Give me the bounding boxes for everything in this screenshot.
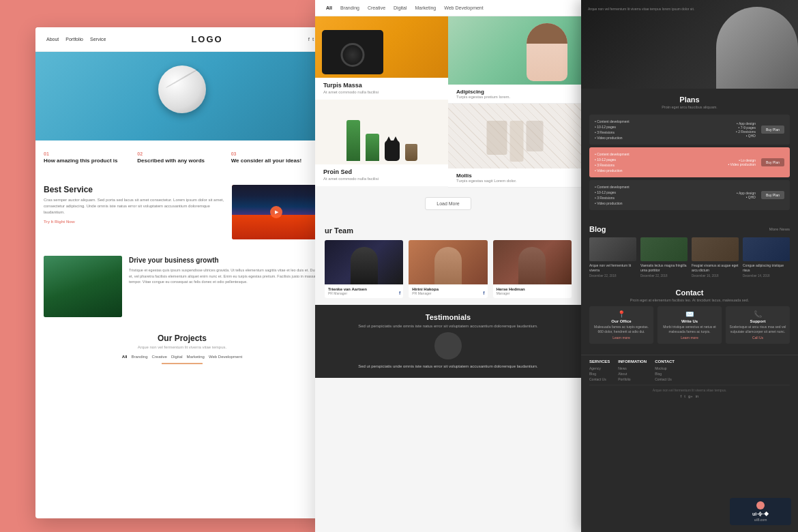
testimonials-title: Testimonials: [326, 313, 570, 321]
badge-sub: uil8.com: [754, 518, 767, 522]
glass-2: [509, 121, 523, 162]
member-2-facebook[interactable]: f: [483, 291, 484, 295]
cat-container: [385, 141, 400, 161]
blog-image-2: [640, 237, 688, 261]
nav-service[interactable]: Service: [90, 37, 106, 42]
footer-blog-link[interactable]: Blog: [589, 371, 610, 376]
service-description: Cras semper auctor aliquam. Sed porta se…: [44, 197, 225, 216]
footer-linkedin-icon[interactable]: in: [696, 394, 699, 398]
plan-card-3: • Content development • 10-12 pages • 3 …: [589, 180, 790, 210]
tab-all[interactable]: All: [122, 355, 128, 359]
right-top-text: Arque non vel fermentum lit viverra vita…: [588, 7, 697, 12]
footer-about-link[interactable]: About: [618, 371, 647, 376]
footer-contact-col-title: CONTACT: [655, 359, 675, 364]
feature-3-title: We consider all your ideas!: [231, 158, 321, 164]
plan-1-buy-button[interactable]: Buy Plan: [761, 125, 784, 134]
plan-1-f4: • Video production: [595, 135, 736, 141]
turpis-title: Turpis Massa: [323, 82, 440, 89]
tab-branding[interactable]: Branding: [132, 355, 148, 359]
footer-portfolio-link[interactable]: Portfolio: [618, 376, 647, 382]
mid-tab-web[interactable]: Web Development: [444, 5, 483, 10]
footer-mockup-link[interactable]: Mockup: [655, 366, 675, 371]
feature-2: 02 Described with any words: [137, 151, 226, 164]
projects-title: Our Projects: [44, 334, 321, 343]
features-row: 01 How amazing this product is 02 Descri…: [35, 141, 329, 175]
camera-lens: [341, 43, 365, 67]
mollis-subtitle: Turpis egestas sagit Lorem dolor.: [456, 179, 573, 183]
nav-about[interactable]: About: [46, 37, 59, 42]
blog-date-4: December 14, 2018: [743, 274, 790, 278]
contact-grid: 📍 Our Office Malesuada fames ac turpis e…: [589, 306, 790, 344]
plan-2-features: • Content development • 10-12 pages • 3 …: [595, 151, 728, 173]
tab-creative[interactable]: Creative: [152, 355, 167, 359]
footer-contact-link[interactable]: Contact Us: [589, 376, 610, 382]
palm-visual: [44, 256, 122, 317]
footer-blog2-link[interactable]: Blog: [655, 371, 675, 376]
footer-agency-link[interactable]: Agency: [589, 366, 610, 371]
left-panel: About Portfolio Service LOGO f t i 01 Ho…: [35, 27, 329, 518]
projects-tabs: All Branding Creative Digital Marketing …: [44, 355, 321, 359]
vase: [405, 144, 417, 161]
nav-portfolio[interactable]: Portfolio: [65, 37, 83, 42]
blog-post-3: Feugiat vivamus at augue eget arcu dictu…: [692, 237, 739, 278]
hero-section: [35, 52, 329, 141]
mid-nav: All Branding Creative Digital Marketing …: [315, 0, 581, 16]
service-title: Best Service: [44, 185, 225, 194]
blog-excerpt-4: Congue adipiscing tristique risus: [743, 263, 790, 273]
play-button[interactable]: ▶: [270, 206, 282, 218]
plan-1-features: • Content development • 10-12 pages • 3 …: [595, 119, 736, 141]
load-more-button[interactable]: Load More: [425, 197, 471, 210]
contact-title: Contact: [589, 289, 790, 297]
mid-tab-all[interactable]: All: [326, 5, 332, 10]
footer-news-link[interactable]: News: [618, 366, 647, 371]
tab-digital[interactable]: Digital: [171, 355, 183, 359]
tab-marketing[interactable]: Marketing: [187, 355, 205, 359]
black-cat: [385, 141, 400, 161]
member-1-photo: [325, 240, 403, 284]
footer-contact-col: CONTACT Mockup Blog Contact Us: [655, 359, 675, 382]
mid-tab-branding[interactable]: Branding: [340, 5, 359, 10]
contact-subtitle: Proin eget at elementum facilisis leo. A…: [589, 298, 790, 302]
email-link[interactable]: Learn more: [660, 336, 719, 340]
plan-1-pricing: • App design • 7-9 pages • 2 Revisions •…: [736, 121, 756, 138]
badge-icon: [756, 501, 765, 509]
footer-twitter-icon[interactable]: t: [684, 394, 685, 398]
plan-3-f3: • 3 Revisions: [595, 195, 737, 201]
email-icon: ✉️: [660, 310, 719, 318]
contact-phone: 📞 Support Scelerisque at arcu risus mas …: [726, 306, 790, 344]
right-panel: Arque non vel fermentum lit viverra vita…: [581, 0, 798, 532]
phone-title: Support: [728, 319, 787, 323]
phone-link[interactable]: Call Us: [728, 336, 787, 340]
mid-tab-marketing[interactable]: Marketing: [415, 5, 437, 10]
plans-title: Plans: [589, 95, 790, 104]
blog-excerpt-1: Arque non vel fermentum lit viverra: [589, 263, 636, 273]
blog-more-link[interactable]: More News: [769, 227, 790, 231]
footer-gplus-icon[interactable]: g+: [688, 394, 693, 398]
plan-2-buy-button[interactable]: Buy Plan: [761, 158, 784, 166]
camera-body: [322, 30, 383, 74]
email-title: Write Us: [660, 319, 719, 323]
mid-tab-creative[interactable]: Creative: [368, 5, 385, 10]
mid-tab-digital[interactable]: Digital: [394, 5, 407, 10]
blog-grid: Arque non vel fermentum lit viverra Dece…: [589, 237, 790, 278]
turpis-subtitle: At amet commodo nulla facilisi: [323, 90, 440, 94]
contact-email: ✉️ Write Us Morbi tristique senectus et …: [657, 306, 722, 344]
plan-3-p2: • QHD: [737, 195, 756, 199]
mollis-title: Mollis: [456, 173, 573, 179]
facebook-icon[interactable]: f: [308, 36, 310, 42]
footer-contact2-link[interactable]: Contact Us: [655, 376, 675, 382]
drive-text: Drive your business growth Tristique et …: [129, 256, 321, 317]
footer-facebook-icon[interactable]: f: [681, 394, 682, 398]
twitter-icon[interactable]: t: [312, 36, 314, 42]
plan-3-buy-button[interactable]: Buy Plan: [761, 191, 784, 199]
blog-excerpt-2: Vaenatis lectus magna fringilla urna por…: [640, 263, 688, 273]
service-cta[interactable]: Try It Right Now: [44, 220, 225, 224]
testimonials-avatar: [434, 332, 462, 359]
member-1-facebook[interactable]: f: [399, 291, 400, 295]
member-3-info: Herse Hedman Manager: [493, 284, 572, 298]
tab-web[interactable]: Web Development: [209, 355, 242, 359]
team-section: ur Team Trienke van Aartsen PR Manager f…: [315, 220, 581, 305]
contact-section: Contact Proin eget at elementum facilisi…: [581, 283, 798, 355]
glass-3: [526, 121, 543, 151]
office-link[interactable]: Learn more: [592, 336, 651, 340]
